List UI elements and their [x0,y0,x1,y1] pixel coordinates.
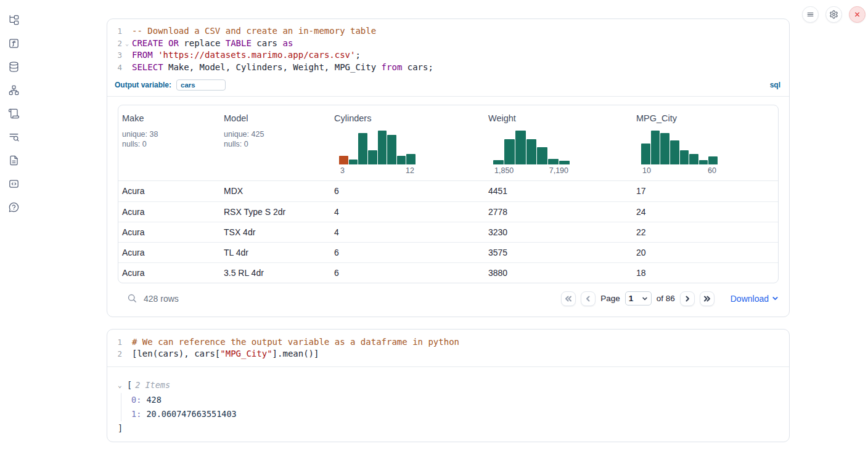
column-header-make[interactable]: Makeunique: 38nulls: 0 [118,105,220,180]
rows-count: 428 rows [144,294,179,304]
page-label: Page [600,294,620,303]
close-icon [853,10,862,19]
code-token: ].mean()] [272,349,319,358]
python-code-editor[interactable]: 1# We can reference the output variable … [107,330,789,366]
tree-entry: 0: 428 [131,393,779,407]
histogram-bar [515,131,526,164]
table-footer: 428 rows Page 1 of 86 Download [118,288,779,309]
code-token: Make, Model, Cylinders, Weight, MPG_City [163,62,382,72]
code-token: -- Download a CSV and create an in-memor… [132,26,376,36]
histogram-min-label: 1,850 [494,166,514,175]
tree-head: ⌄ [ 2 Items [118,379,779,390]
sql-code-editor[interactable]: 1-- Download a CSV and create an in-memo… [107,19,789,79]
column-header-weight[interactable]: Weight1,8507,190 [485,105,633,180]
sidebar-item-help[interactable] [7,200,20,214]
column-stats: unique: 425nulls: 0 [224,129,327,150]
sidebar-item-data-sources[interactable] [7,60,20,73]
last-page-button[interactable] [700,291,714,306]
code-token: CREATE [132,38,163,48]
table-cell: Acura [118,186,220,196]
histogram-max-label: 60 [708,166,716,175]
histogram-bar [680,150,689,164]
table-cell: 6 [330,268,485,278]
table-search-button[interactable] [127,293,137,304]
function-icon [8,38,20,49]
document-icon [8,155,20,166]
menu-icon [806,10,815,19]
column-header-mpg_city[interactable]: MPG_City1060 [633,105,778,180]
table-cell: TL 4dr [220,248,330,257]
histogram-bar [559,161,570,164]
sidebar-item-documentation[interactable] [7,153,20,167]
table-row[interactable]: AcuraRSX Type S 2dr4277824 [118,201,778,222]
table-cell: 3575 [485,248,633,257]
column-header-cylinders[interactable]: Cylinders312 [330,105,485,180]
sidebar-item-scratchpad[interactable] [7,107,20,120]
histogram-bar [708,156,718,164]
code-text: SELECT Make, Model, Cylinders, Weight, M… [132,62,433,74]
table-cell: 6 [330,186,485,196]
close-button[interactable] [849,6,866,23]
dependency-graph-icon [8,84,20,96]
first-page-button[interactable] [561,291,576,306]
sidebar-item-dependency-graph[interactable] [7,83,20,97]
column-histogram: 1,8507,190 [493,131,570,175]
histogram-bar [660,133,669,164]
code-token: SELECT [132,62,163,72]
sidebar-item-snippets[interactable] [7,177,20,190]
chevrons-left-icon [565,295,572,302]
tree-close-bracket: ] [118,423,779,433]
sidebar-item-file-tree[interactable] [7,13,20,26]
page-select[interactable]: 1 [625,291,652,305]
table-row[interactable]: AcuraTL 4dr6357520 [118,242,778,262]
histogram-bars [493,131,570,164]
settings-button[interactable] [825,6,842,23]
previous-page-button[interactable] [581,291,596,306]
menu-button[interactable] [802,6,819,23]
table-row[interactable]: AcuraTSX 4dr4323022 [118,222,778,242]
code-token: 'https://datasets.marimo.app/cars.csv' [158,50,355,60]
code-token: as [282,38,293,48]
chevron-left-icon [584,295,592,302]
stat-line: nulls: 0 [122,139,216,150]
code-text: CREATE OR replace TABLE cars as [132,38,293,50]
output-variable-input[interactable] [176,79,226,91]
gear-icon [829,10,838,19]
table-row[interactable]: AcuraMDX6445117 [118,181,778,201]
sidebar-item-logs-search[interactable] [7,130,20,144]
fold-chevron-icon[interactable]: ⌄ [122,41,132,47]
histogram-bar [378,131,387,164]
histogram-min-label: 3 [340,166,345,175]
download-button[interactable]: Download [731,294,779,304]
chevron-down-icon [642,296,648,302]
histogram-bar [339,156,348,164]
sidebar-item-functions[interactable] [7,36,20,50]
chevrons-right-icon [703,295,711,302]
column-header-model[interactable]: Modelunique: 425nulls: 0 [220,105,330,180]
table-row[interactable]: Acura3.5 RL 4dr6388018 [118,262,778,283]
table-body: AcuraMDX6445117AcuraRSX Type S 2dr427782… [118,181,778,283]
histogram-bar [406,154,416,164]
tree-collapse-icon[interactable]: ⌄ [118,382,124,389]
code-text: [len(cars), cars["MPG_City"].mean()] [132,348,319,360]
code-token: ; [355,50,360,60]
code-snippet-icon [8,178,20,190]
table-cell: TSX 4dr [220,227,330,237]
column-label: Model [224,113,327,123]
output-variable-row: Output variable: sql [107,79,789,96]
line-number: 3 [107,49,122,62]
next-page-button[interactable] [680,291,695,306]
top-actions [802,6,866,23]
code-line: 4SELECT Make, Model, Cylinders, Weight, … [107,62,789,74]
code-token: OR [168,38,179,48]
code-token [153,50,158,60]
histogram-bar [504,139,515,164]
histogram-bar [397,156,406,164]
code-token: from [382,62,403,72]
table-cell: Acura [118,227,220,237]
page-total-label: of 86 [657,294,675,303]
histogram-bar [699,160,708,164]
code-line: 1-- Download a CSV and create an in-memo… [107,25,789,38]
table-cell: RSX Type S 2dr [220,207,330,217]
table-header-row: Makeunique: 38nulls: 0Modelunique: 425nu… [118,105,778,181]
